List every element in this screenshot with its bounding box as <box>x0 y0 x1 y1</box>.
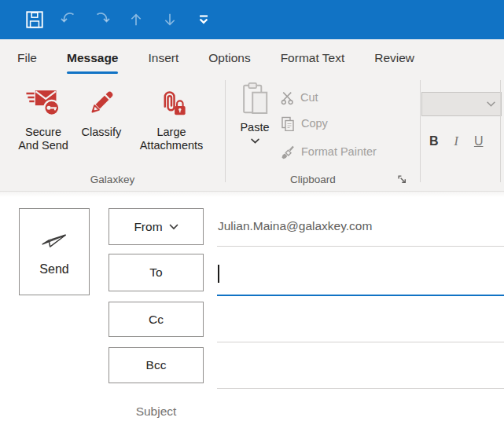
tab-message[interactable]: Message <box>67 39 118 76</box>
undo-button[interactable] <box>57 6 80 33</box>
paste-button[interactable]: Paste <box>233 81 277 144</box>
italic-button[interactable]: I <box>454 134 458 148</box>
large-attachments-icon <box>156 80 187 126</box>
large-attachments-button[interactable]: Large Attachments <box>127 80 215 163</box>
copy-icon <box>280 115 296 131</box>
tab-format-text[interactable]: Format Text <box>281 39 345 76</box>
tab-review[interactable]: Review <box>374 39 414 76</box>
titlebar <box>0 0 504 39</box>
cc-button[interactable]: Cc <box>109 302 204 337</box>
group-divider <box>500 80 501 182</box>
save-icon <box>24 9 45 30</box>
classify-pencil-icon <box>88 80 115 126</box>
arrow-down-icon <box>161 10 178 29</box>
from-button[interactable]: From <box>109 208 204 245</box>
copy-label: Copy <box>301 117 328 130</box>
ribbon-tab-bar: File Message Insert Options Format Text … <box>0 39 504 76</box>
paste-dropdown-chevron-icon <box>251 138 259 144</box>
large-attachments-label-line2: Attachments <box>140 139 204 152</box>
from-address-value[interactable]: Julian.Maina@galaxkey.com <box>218 219 372 233</box>
customize-quick-access-toolbar-icon <box>197 13 211 27</box>
ribbon: Secure And Send Classify <box>0 76 504 192</box>
large-attachments-label-line1: Large <box>140 126 204 139</box>
font-format-buttons: B I U <box>429 130 483 153</box>
to-button[interactable]: To <box>109 254 204 291</box>
secure-and-send-button[interactable]: Secure And Send <box>9 80 77 163</box>
cc-label: Cc <box>149 313 164 327</box>
bcc-field-underline <box>217 388 504 389</box>
secure-and-send-label-line2: And Send <box>18 139 68 152</box>
cut-scissors-icon <box>280 90 295 105</box>
arrow-down-button[interactable] <box>158 6 182 33</box>
tab-insert[interactable]: Insert <box>148 39 178 76</box>
underline-button[interactable]: U <box>474 134 484 148</box>
paste-label: Paste <box>240 121 269 134</box>
customize-quick-access-toolbar-button[interactable] <box>192 6 215 33</box>
text-caret <box>218 265 219 283</box>
group-divider <box>225 80 226 182</box>
cc-field-underline <box>217 342 504 342</box>
from-chevron-icon <box>169 224 178 230</box>
classify-label-line1: Classify <box>82 126 122 139</box>
send-plane-icon <box>40 228 68 250</box>
tab-file[interactable]: File <box>17 39 37 76</box>
arrow-up-button[interactable] <box>124 6 148 33</box>
format-painter-label: Format Painter <box>301 145 377 158</box>
group-divider <box>420 80 421 182</box>
dialog-launcher-icon <box>397 174 407 185</box>
subject-label: Subject <box>109 405 204 419</box>
to-field-underline-focused <box>217 295 504 296</box>
from-field-underline <box>217 246 504 247</box>
font-name-combobox[interactable] <box>421 92 502 116</box>
send-label: Send <box>39 262 68 276</box>
paste-clipboard-icon <box>241 81 269 117</box>
arrow-up-icon <box>127 10 145 29</box>
galaxkey-group-label: Galaxkey <box>0 174 225 185</box>
tab-options[interactable]: Options <box>208 39 250 76</box>
from-label: From <box>134 220 162 234</box>
format-painter-icon <box>280 144 296 159</box>
redo-icon <box>93 10 112 29</box>
undo-icon <box>59 10 78 29</box>
secure-and-send-icon <box>25 80 61 126</box>
classify-button[interactable]: Classify <box>74 80 129 163</box>
format-painter-button[interactable]: Format Painter <box>280 141 377 163</box>
outlook-compose-window: File Message Insert Options Format Text … <box>0 0 504 432</box>
copy-button[interactable]: Copy <box>280 112 328 134</box>
combobox-chevron-icon <box>487 101 495 107</box>
compose-header: Send From To Cc Bcc Subject Julian.Maina… <box>0 192 504 432</box>
save-button[interactable] <box>23 6 46 33</box>
cut-button[interactable]: Cut <box>280 86 318 108</box>
secure-and-send-label-line1: Secure <box>18 126 68 139</box>
bcc-button[interactable]: Bcc <box>109 347 204 383</box>
bold-button[interactable]: B <box>429 134 439 148</box>
send-button[interactable]: Send <box>19 208 90 295</box>
clipboard-group-label: Clipboard <box>225 174 401 185</box>
bcc-label: Bcc <box>146 358 167 372</box>
cut-label: Cut <box>300 91 318 104</box>
to-label: To <box>149 265 162 280</box>
redo-button[interactable] <box>90 6 114 33</box>
clipboard-dialog-launcher-button[interactable] <box>397 174 407 184</box>
